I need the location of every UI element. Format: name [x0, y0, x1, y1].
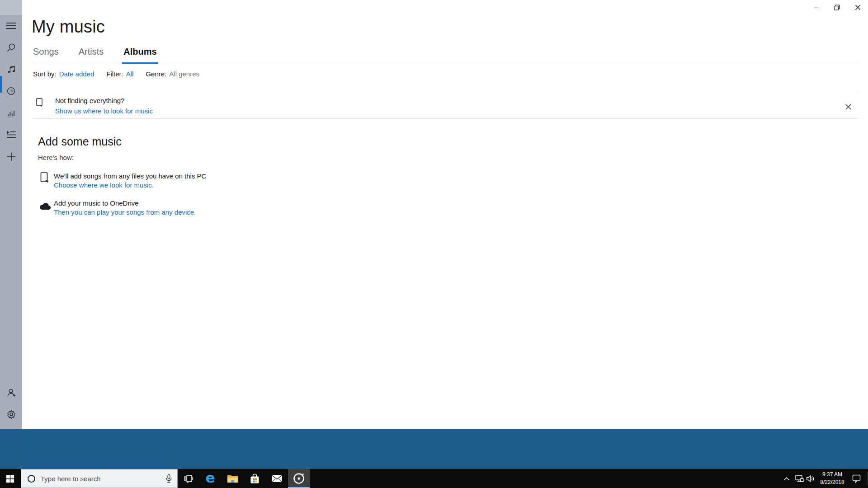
filter-label: Filter: [106, 70, 123, 78]
taskbar: e [0, 469, 868, 488]
speaker-icon [807, 475, 816, 483]
add-music-subheading: Here’s how: [38, 154, 74, 161]
add-plus-icon [7, 152, 16, 161]
tab-artists[interactable]: Artists [77, 47, 105, 64]
recent-clock-icon [6, 86, 16, 96]
taskbar-app-mail[interactable] [266, 469, 288, 488]
sidebar-item-my-music[interactable] [0, 60, 22, 78]
sidebar-item-now-playing[interactable] [0, 104, 22, 122]
chevron-up-icon [783, 477, 790, 481]
filter-bar: Sort by: Date added Filter: All Genre: A… [33, 70, 199, 78]
start-button[interactable] [0, 469, 20, 488]
play-from-any-device-link[interactable]: Then you can play your songs from any de… [54, 208, 196, 216]
store-icon [250, 473, 259, 484]
notification-banner: Not finding everything? Show us where to… [33, 92, 858, 119]
hamburger-menu-button[interactable] [0, 17, 22, 35]
hidden-icons-button[interactable] [780, 469, 793, 488]
add-to-onedrive-title: Add your music to OneDrive [54, 199, 139, 207]
close-icon [855, 5, 861, 10]
add-from-pc-title: We’ll add songs from any files you have … [54, 172, 206, 180]
page-title: My music [32, 17, 105, 37]
edge-icon: e [205, 471, 215, 485]
restore-icon [834, 5, 840, 10]
sidebar-item-settings[interactable] [0, 405, 22, 423]
tray-date: 8/22/2018 [816, 479, 849, 486]
taskbar-app-store[interactable] [244, 469, 265, 488]
notification-title: Not finding everything? [55, 97, 124, 104]
dismiss-notification-button[interactable] [844, 102, 853, 111]
window-controls [806, 0, 868, 15]
minimize-button[interactable] [806, 0, 826, 15]
file-explorer-icon [227, 474, 238, 483]
search-icon [6, 43, 16, 52]
hamburger-icon [6, 22, 17, 30]
taskbar-app-groove-music[interactable] [288, 469, 310, 488]
minimize-icon [813, 5, 819, 10]
sidebar-item-recent-plays[interactable] [0, 82, 22, 100]
sort-by-value[interactable]: Date added [59, 70, 94, 78]
choose-where-link[interactable]: Choose where we look for music. [54, 181, 154, 189]
pc-icon [40, 172, 49, 185]
sidebar-item-new-playlist[interactable] [0, 148, 22, 166]
playlist-icon [6, 130, 16, 139]
main-content: My music Songs Artists Albums Sort by: D… [22, 17, 868, 429]
genre-value[interactable]: All genres [169, 70, 199, 78]
microphone-icon[interactable] [166, 474, 172, 483]
genre-label: Genre: [146, 70, 166, 78]
close-button[interactable] [847, 0, 868, 15]
action-center-button[interactable] [850, 469, 863, 488]
restore-button[interactable] [826, 0, 847, 15]
close-icon [845, 103, 852, 110]
sort-by-label: Sort by: [33, 70, 57, 78]
sign-in-person-icon [6, 388, 16, 398]
add-music-heading: Add some music [38, 135, 122, 148]
search-input[interactable] [41, 475, 166, 483]
network-tray-button[interactable] [793, 469, 806, 488]
taskbar-app-file-explorer[interactable] [222, 469, 243, 488]
action-center-icon [852, 474, 861, 483]
task-view-icon [184, 474, 193, 483]
taskbar-app-edge[interactable]: e [199, 469, 221, 488]
onedrive-cloud-icon [39, 202, 51, 212]
windows-logo-icon [6, 475, 14, 483]
groove-music-icon [293, 473, 305, 484]
task-view-button[interactable] [178, 469, 199, 488]
sidebar-item-search[interactable] [0, 38, 22, 56]
tab-albums[interactable]: Albums [122, 47, 158, 64]
playback-bar [0, 429, 868, 469]
mail-icon [271, 474, 283, 483]
title-bar [22, 0, 868, 17]
filter-value[interactable]: All [126, 70, 134, 78]
now-playing-icon [6, 108, 16, 118]
taskbar-search[interactable] [21, 469, 178, 488]
taskbar-clock[interactable]: 9:37 AM 8/22/2018 [816, 471, 849, 486]
tray-time: 9:37 AM [816, 471, 849, 479]
cortana-icon [28, 475, 35, 483]
music-note-icon [6, 65, 16, 74]
tab-strip: Songs Artists Albums [32, 47, 175, 64]
sidebar-item-sign-in[interactable] [0, 384, 22, 402]
sidebar [0, 15, 22, 429]
title-bar-corner [0, 0, 22, 15]
pc-device-icon [36, 98, 43, 108]
settings-gear-icon [6, 409, 16, 419]
volume-tray-button[interactable] [805, 469, 817, 488]
sidebar-item-playlists[interactable] [0, 126, 22, 144]
network-icon [795, 475, 804, 483]
tabs-divider [32, 64, 858, 64]
tab-songs[interactable]: Songs [32, 47, 60, 64]
show-us-where-link[interactable]: Show us where to look for music [55, 107, 153, 115]
